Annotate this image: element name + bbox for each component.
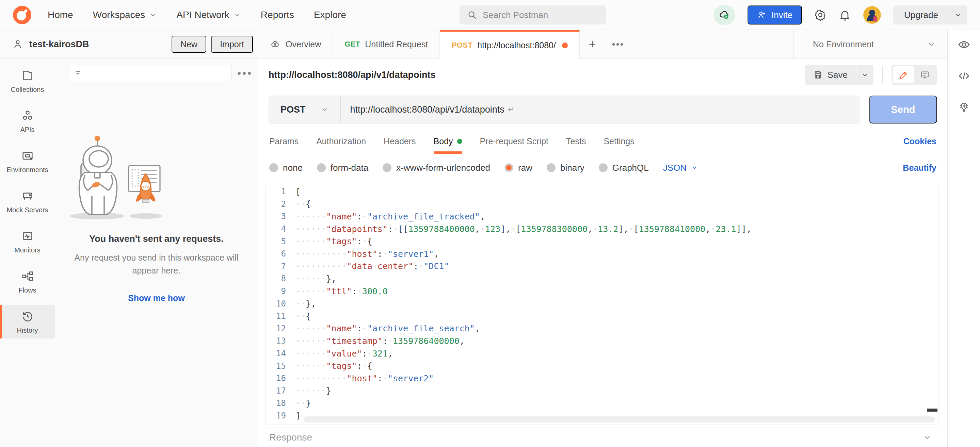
method-selector[interactable]: POST — [269, 96, 341, 123]
history-empty-state: </> — [55, 130, 258, 303]
code-line-6: 6··········"host":·"server1", — [266, 248, 938, 260]
person-plus-icon — [757, 10, 767, 20]
body-mode-x-www-form-urlencoded[interactable]: x-www-form-urlencoded — [383, 163, 490, 173]
nav-item-api-network[interactable]: API Network — [176, 10, 241, 21]
line-number: 4 — [266, 224, 296, 234]
request-tab-post-http-localhost-8080-[interactable]: POSThttp://localhost:8080/ — [440, 30, 580, 59]
unsaved-changes-dot — [562, 43, 568, 48]
request-subtab-settings[interactable]: Settings — [603, 128, 634, 155]
request-subtab-body[interactable]: Body — [434, 128, 462, 155]
environments-icon — [21, 149, 34, 163]
workspace-title[interactable]: test-kairosDB — [29, 39, 89, 50]
body-code-editor[interactable]: 1[2··{3······"name":·"archive_file_track… — [265, 184, 939, 425]
flows-icon — [21, 269, 34, 283]
request-subtab-headers[interactable]: Headers — [383, 128, 416, 155]
settings-gear-icon[interactable] — [814, 9, 826, 21]
nav-item-home[interactable]: Home — [48, 10, 73, 21]
sidebar-item-collections[interactable]: Collections — [0, 64, 55, 98]
body-mode-raw[interactable]: raw — [504, 163, 532, 173]
sidebar-item-environments[interactable]: Environments — [0, 144, 55, 178]
upgrade-button[interactable]: Upgrade — [893, 5, 949, 24]
upgrade-chevron-down-icon[interactable] — [949, 11, 967, 19]
postman-logo-icon[interactable] — [13, 6, 31, 24]
send-button[interactable]: Send — [869, 95, 937, 124]
workspace-person-icon — [12, 39, 23, 50]
history-panel: </> — [55, 59, 258, 447]
pencil-icon — [899, 70, 909, 80]
editor-horizontal-scrollbar[interactable] — [304, 416, 935, 423]
filter-icon — [74, 69, 83, 78]
notifications-bell-icon[interactable] — [839, 9, 851, 21]
beautify-link[interactable]: Beautify — [903, 163, 936, 173]
sidebar-item-apis[interactable]: APIs — [0, 105, 55, 138]
request-subtab-authorization[interactable]: Authorization — [316, 128, 366, 155]
code-line-17: 17······} — [266, 385, 938, 397]
sidebar-item-flows[interactable]: Flows — [0, 265, 55, 298]
code-line-13: 13······"timestamp":·1359786400000, — [266, 335, 938, 347]
empty-state-title: You haven't sent any requests. — [55, 234, 258, 244]
new-tab-button[interactable] — [580, 30, 605, 59]
save-icon — [813, 70, 823, 79]
url-input[interactable]: http://localhost:8080/api/v1/datapoints — [350, 105, 504, 115]
nav-item-reports[interactable]: Reports — [261, 10, 294, 21]
line-number: 13 — [266, 336, 296, 346]
overview-icon — [270, 39, 280, 49]
body-mode-form-data[interactable]: form-data — [317, 163, 368, 173]
nav-item-workspaces[interactable]: Workspaces — [93, 10, 157, 21]
history-filter-input[interactable] — [68, 65, 231, 81]
request-title: http://localhost:8080/api/v1/datapoints — [269, 70, 436, 80]
editor-scrollbar-thumb[interactable] — [927, 409, 937, 412]
search-input[interactable]: Search Postman — [460, 5, 606, 24]
request-subtab-params[interactable]: Params — [269, 128, 299, 155]
line-number: 9 — [266, 287, 296, 296]
sidebar-item-monitors[interactable]: Monitors — [0, 225, 55, 258]
search-placeholder: Search Postman — [483, 10, 548, 21]
environment-quick-look-eye-icon[interactable] — [958, 38, 970, 51]
history-more-button[interactable] — [238, 72, 251, 75]
new-button[interactable]: New — [172, 36, 206, 53]
nav-item-explore[interactable]: Explore — [314, 10, 346, 21]
sidebar-item-label: Mock Servers — [6, 206, 48, 214]
sidebar-item-history[interactable]: History — [0, 305, 55, 339]
sidebar-item-mock-servers[interactable]: Mock Servers — [0, 185, 55, 218]
line-number: 17 — [266, 386, 296, 396]
edit-pencil-button[interactable] — [893, 67, 914, 83]
response-section-header[interactable]: Response — [258, 428, 947, 447]
body-mode-binary[interactable]: binary — [547, 163, 584, 173]
environment-selector[interactable]: No Environment — [794, 30, 947, 59]
comment-button[interactable] — [914, 67, 935, 83]
cookies-link[interactable]: Cookies — [904, 136, 936, 146]
save-button[interactable]: Save — [805, 65, 856, 85]
sidebar-item-label: Flows — [18, 287, 36, 294]
line-number: 18 — [266, 398, 296, 408]
request-subtab-tests[interactable]: Tests — [566, 128, 586, 155]
request-subtab-pre-request-script[interactable]: Pre-request Script — [480, 128, 548, 155]
body-mode-graphql[interactable]: GraphQL — [599, 163, 649, 173]
sidebar-item-label: Collections — [11, 86, 44, 94]
request-tab-get-untitled-request[interactable]: GETUntitled Request — [333, 30, 440, 59]
tab-overview[interactable]: Overview — [258, 30, 333, 59]
raw-format-selector[interactable]: JSON — [663, 163, 698, 173]
apis-icon — [21, 109, 34, 122]
response-label: Response — [269, 432, 312, 443]
user-avatar[interactable] — [863, 6, 881, 24]
body-mode-none[interactable]: none — [269, 163, 302, 173]
radio-icon — [504, 163, 513, 172]
sync-status-icon[interactable] — [713, 5, 735, 25]
line-number: 12 — [266, 324, 296, 333]
line-number: 19 — [266, 411, 296, 420]
response-chevron-icon[interactable] — [923, 433, 932, 442]
tab-options-button[interactable] — [605, 30, 630, 59]
lightbulb-tips-icon[interactable] — [958, 101, 970, 114]
monitors-icon — [21, 229, 34, 243]
show-me-how-link[interactable]: Show me how — [128, 293, 185, 303]
code-line-3: 3······"name":·"archive_file_tracked", — [266, 210, 938, 223]
import-button[interactable]: Import — [211, 36, 253, 53]
code-snippet-icon[interactable] — [958, 70, 970, 82]
code-line-2: 2··{ — [266, 198, 938, 211]
history-icon — [21, 309, 34, 323]
invite-button[interactable]: Invite — [748, 5, 802, 24]
environment-chevron-down-icon — [927, 40, 936, 49]
code-line-15: 15······"tags":·{ — [266, 360, 938, 372]
save-options-chevron-icon[interactable] — [856, 65, 873, 85]
